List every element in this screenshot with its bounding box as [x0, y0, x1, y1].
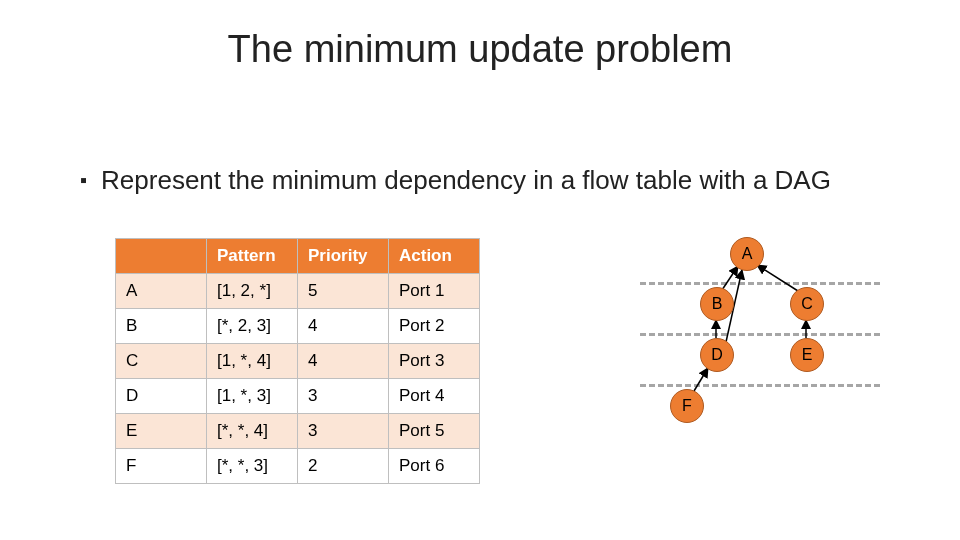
col-header-action: Action — [389, 239, 480, 274]
row-action: Port 1 — [389, 274, 480, 309]
row-priority: 2 — [298, 449, 389, 484]
row-id: A — [116, 274, 207, 309]
row-pattern: [1, *, 4] — [207, 344, 298, 379]
col-header-priority: Priority — [298, 239, 389, 274]
dag-node-a: A — [730, 237, 764, 271]
dag-diagram: A B C D E F — [650, 232, 900, 452]
row-priority: 5 — [298, 274, 389, 309]
dag-node-d: D — [700, 338, 734, 372]
row-priority: 4 — [298, 344, 389, 379]
dag-node-e: E — [790, 338, 824, 372]
row-priority: 3 — [298, 414, 389, 449]
row-action: Port 2 — [389, 309, 480, 344]
table-row: C [1, *, 4] 4 Port 3 — [116, 344, 480, 379]
bullet-text: Represent the minimum dependency in a fl… — [80, 165, 831, 196]
dag-node-c: C — [790, 287, 824, 321]
row-id: E — [116, 414, 207, 449]
row-action: Port 6 — [389, 449, 480, 484]
row-pattern: [*, *, 3] — [207, 449, 298, 484]
row-pattern: [*, 2, 3] — [207, 309, 298, 344]
col-header-blank — [116, 239, 207, 274]
table-row: E [*, *, 4] 3 Port 5 — [116, 414, 480, 449]
row-action: Port 5 — [389, 414, 480, 449]
svg-line-5 — [694, 368, 708, 391]
table-row: B [*, 2, 3] 4 Port 2 — [116, 309, 480, 344]
row-priority: 4 — [298, 309, 389, 344]
flow-table: Pattern Priority Action A [1, 2, *] 5 Po… — [115, 238, 480, 484]
row-id: C — [116, 344, 207, 379]
dag-node-f: F — [670, 389, 704, 423]
col-header-pattern: Pattern — [207, 239, 298, 274]
row-id: D — [116, 379, 207, 414]
svg-line-1 — [757, 265, 798, 291]
row-pattern: [1, *, 3] — [207, 379, 298, 414]
row-pattern: [1, 2, *] — [207, 274, 298, 309]
table-row: A [1, 2, *] 5 Port 1 — [116, 274, 480, 309]
dag-node-b: B — [700, 287, 734, 321]
row-action: Port 3 — [389, 344, 480, 379]
row-priority: 3 — [298, 379, 389, 414]
row-pattern: [*, *, 4] — [207, 414, 298, 449]
svg-line-0 — [722, 266, 738, 290]
table-header-row: Pattern Priority Action — [116, 239, 480, 274]
row-action: Port 4 — [389, 379, 480, 414]
table-row: D [1, *, 3] 3 Port 4 — [116, 379, 480, 414]
row-id: F — [116, 449, 207, 484]
row-id: B — [116, 309, 207, 344]
slide-title: The minimum update problem — [0, 28, 960, 71]
table-row: F [*, *, 3] 2 Port 6 — [116, 449, 480, 484]
